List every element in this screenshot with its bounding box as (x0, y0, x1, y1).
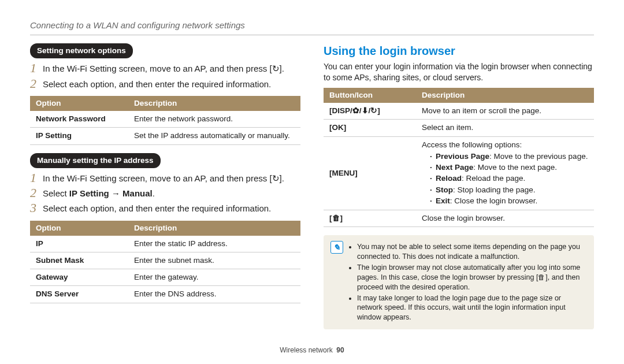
option-name: Network Password (30, 111, 128, 128)
page-header: Connecting to a WLAN and configuring net… (30, 20, 594, 35)
list-item: The login browser may not close automati… (357, 263, 587, 292)
table-row: OK Select an item. (324, 120, 594, 136)
table-head-option: Option (30, 96, 128, 111)
section-pill-network-options: Setting network options (30, 43, 133, 58)
step-number: 2 (30, 77, 43, 90)
table-head-option: Option (30, 221, 128, 236)
list-item: Stop: Stop loading the page. (430, 185, 588, 195)
list-item: Reload: Reload the page. (430, 173, 588, 184)
button-desc: Select an item. (416, 120, 594, 136)
table-head-description: Description (128, 221, 300, 236)
table-row: 🗑 Close the login browser. (324, 210, 594, 227)
footer-page-number: 90 (336, 346, 344, 354)
table-head-description: Description (128, 96, 300, 111)
table-row: IP Enter the static IP address. (30, 236, 300, 252)
options-table-1: Option Description Network Password Ente… (30, 96, 300, 145)
right-column: Using the login browser You can enter yo… (324, 43, 594, 364)
option-desc: Enter the static IP address. (128, 236, 300, 252)
table-row: DNS Server Enter the DNS address. (30, 286, 300, 303)
button-desc: Move to an item or scroll the page. (416, 103, 594, 120)
button-desc: Close the login browser. (416, 210, 594, 227)
step-text: In the Wi-Fi Setting screen, move to an … (43, 62, 300, 75)
step-number: 3 (30, 202, 43, 214)
step-number: 1 (30, 172, 43, 184)
table-head-button: Button/Icon (324, 88, 416, 103)
option-desc: Enter the subnet mask. (128, 252, 300, 269)
option-desc: Set the IP address automatically or manu… (128, 128, 300, 144)
option-name: Gateway (30, 269, 128, 286)
option-name: IP Setting (30, 128, 128, 144)
option-name: DNS Server (30, 286, 128, 303)
button-icon-table: Button/Icon Description DISP/✿/⬇/↻ Move … (324, 88, 594, 227)
button-key: DISP/✿/⬇/↻ (324, 103, 416, 120)
table-head-description: Description (416, 88, 594, 103)
list-item: Next Page: Move to the next page. (430, 162, 588, 173)
options-table-2: Option Description IP Enter the static I… (30, 221, 300, 303)
note-icon: ✎ (330, 241, 343, 254)
table-row: Subnet Mask Enter the subnet mask. (30, 252, 300, 269)
manual-page: Connecting to a WLAN and configuring net… (0, 0, 624, 364)
steps-manual-ip: 1 In the Wi-Fi Setting screen, move to a… (30, 172, 300, 215)
list-item: It may take longer to load the login pag… (357, 294, 587, 323)
button-key: OK (324, 120, 416, 136)
page-footer: Wireless network 90 (0, 346, 624, 355)
step-text: Select each option, and then enter the r… (43, 202, 300, 214)
section-heading-login-browser: Using the login browser (324, 43, 594, 59)
list-item: You may not be able to select some items… (357, 242, 587, 262)
trash-icon: 🗑 (324, 210, 416, 227)
section-lead: You can enter your login information via… (324, 61, 594, 83)
steps-network-options: 1 In the Wi-Fi Setting screen, move to a… (30, 62, 300, 90)
table-row: Gateway Enter the gateway. (30, 269, 300, 286)
option-desc: Enter the gateway. (128, 269, 300, 286)
table-row: IP Setting Set the IP address automatica… (30, 128, 300, 144)
section-pill-manual-ip: Manually setting the IP address (30, 153, 161, 168)
table-row: Network Password Enter the network passw… (30, 111, 300, 128)
button-key: MENU (324, 136, 416, 210)
step-number: 2 (30, 187, 43, 199)
two-column-area: Setting network options 1 In the Wi-Fi S… (30, 43, 594, 364)
table-row: MENU Access the following options: Previ… (324, 136, 594, 210)
table-row: DISP/✿/⬇/↻ Move to an item or scroll the… (324, 103, 594, 120)
menu-options-list: Previous Page: Move to the previous page… (422, 151, 588, 206)
list-item: Exit: Close the login browser. (430, 196, 588, 206)
note-list: You may not be able to select some items… (349, 241, 587, 324)
option-desc: Enter the network password. (128, 111, 300, 128)
left-column: Setting network options 1 In the Wi-Fi S… (30, 43, 300, 364)
step-text: In the Wi-Fi Setting screen, move to an … (43, 172, 300, 184)
step-text: Select IP Setting → Manual. (43, 187, 300, 199)
button-desc: Access the following options: Previous P… (416, 136, 594, 210)
option-name: Subnet Mask (30, 252, 128, 269)
footer-section: Wireless network (280, 346, 332, 354)
step-number: 1 (30, 62, 43, 75)
step-text: Select each option, and then enter the r… (43, 77, 300, 90)
option-desc: Enter the DNS address. (128, 286, 300, 303)
note-box: ✎ You may not be able to select some ite… (324, 235, 594, 329)
list-item: Previous Page: Move to the previous page… (430, 151, 588, 162)
option-name: IP (30, 236, 128, 252)
